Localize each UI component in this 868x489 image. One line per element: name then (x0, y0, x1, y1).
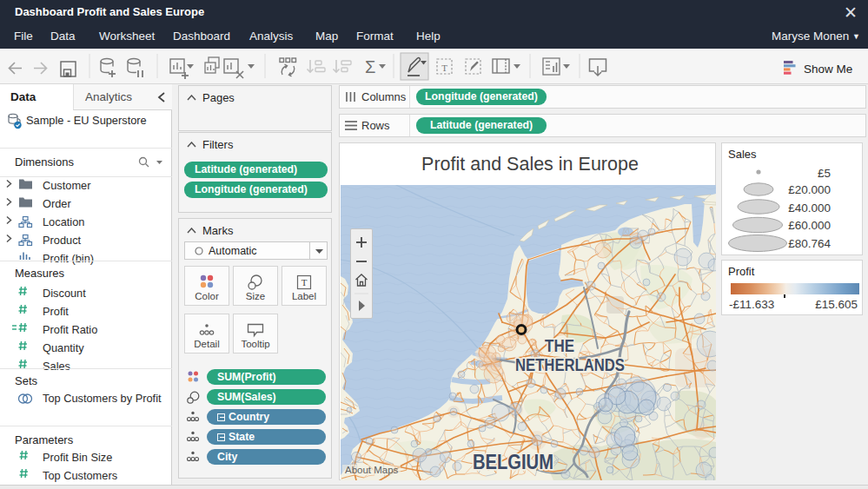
svg-text:THE: THE (545, 336, 574, 355)
svg-text:NETHERLANDS: NETHERLANDS (515, 354, 625, 374)
svg-text:T: T (301, 277, 308, 287)
svg-text:T: T (441, 63, 447, 73)
svg-text:Σ: Σ (365, 57, 375, 76)
svg-text:BELGIUM: BELGIUM (473, 451, 553, 473)
